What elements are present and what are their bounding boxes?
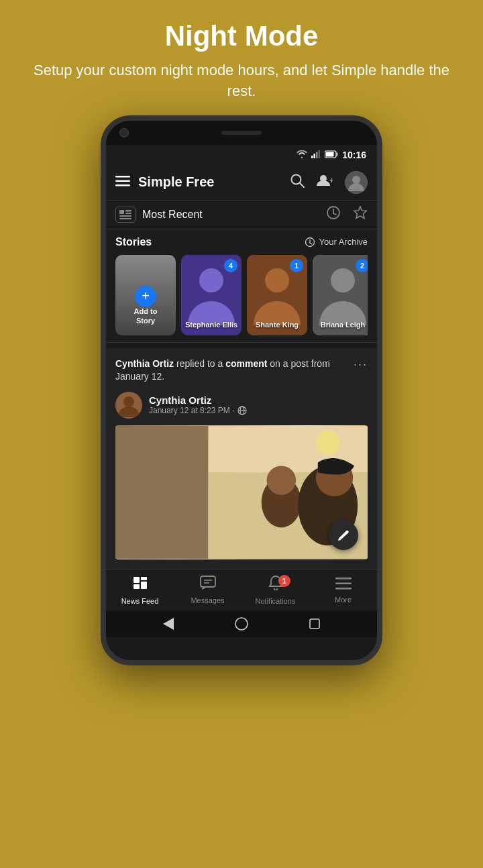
svg-rect-53 — [201, 576, 215, 587]
header-actions: + — [290, 171, 368, 194]
post-image — [115, 425, 368, 559]
svg-rect-51 — [141, 577, 147, 580]
svg-point-15 — [352, 176, 360, 184]
nav-label-news-feed: News Feed — [121, 597, 159, 605]
star-filter-icon[interactable] — [353, 205, 368, 223]
filter-label: Most Recent — [142, 209, 326, 221]
post-section: Cynthia Ortiz replied to a comment on a … — [106, 348, 377, 569]
svg-rect-2 — [316, 152, 318, 158]
promo-header: Night Mode Setup your custom night mode … — [0, 0, 483, 115]
news-feed-icon — [132, 575, 148, 595]
nav-item-messages[interactable]: Messages — [174, 576, 241, 604]
svg-point-60 — [235, 618, 248, 630]
svg-rect-39 — [115, 426, 209, 559]
app-title: Simple Free — [138, 174, 282, 190]
archive-label: Your Archive — [319, 237, 368, 247]
stories-section: Stories Your Archive + Add toStory — [106, 229, 377, 342]
filter-actions — [326, 205, 368, 223]
svg-rect-50 — [133, 584, 140, 589]
clock-filter-icon[interactable] — [326, 205, 341, 223]
home-button[interactable] — [235, 617, 248, 631]
user-avatar[interactable] — [345, 171, 368, 194]
post-more-icon[interactable]: ··· — [354, 358, 368, 372]
messages-icon — [200, 576, 216, 594]
svg-point-33 — [331, 268, 355, 292]
svg-rect-3 — [319, 150, 321, 158]
status-icons: 10:16 — [297, 150, 366, 160]
svg-rect-58 — [335, 588, 352, 590]
svg-rect-61 — [310, 619, 319, 629]
svg-marker-59 — [163, 618, 174, 630]
battery-icon — [325, 150, 338, 160]
back-button[interactable] — [163, 618, 174, 630]
svg-rect-5 — [337, 152, 338, 156]
phone-camera — [119, 128, 129, 138]
stories-title: Stories — [115, 236, 152, 248]
svg-rect-19 — [119, 215, 131, 217]
svg-line-23 — [333, 213, 336, 215]
divider — [106, 342, 377, 343]
author-meta: January 12 at 8:23 PM · — [149, 406, 368, 415]
post-author: Cynthia Ortiz January 12 at 8:23 PM · — [115, 392, 368, 419]
author-avatar[interactable] — [115, 392, 142, 419]
svg-point-35 — [123, 396, 134, 407]
svg-point-31 — [265, 268, 289, 292]
story-item-briana[interactable]: 2 Briana Leigh — [313, 255, 368, 335]
phone-speaker — [221, 131, 262, 135]
more-icon — [335, 576, 352, 594]
phone-top-bar — [106, 121, 377, 145]
story-badge-stephanie: 4 — [224, 259, 237, 272]
nav-item-news-feed[interactable]: News Feed — [106, 575, 174, 605]
svg-rect-49 — [133, 577, 140, 583]
story-item-stephanie[interactable]: 4 Stephanie Ellis — [181, 255, 241, 335]
post-author-name-inline: Cynthia Ortiz — [115, 358, 176, 369]
nav-item-notifications[interactable]: 1 Notifications — [241, 575, 309, 605]
svg-point-42 — [316, 431, 340, 455]
nav-label-more: More — [335, 596, 352, 604]
svg-text:+: + — [329, 176, 333, 185]
svg-rect-6 — [326, 152, 334, 156]
svg-rect-20 — [119, 218, 131, 219]
story-badge-briana: 2 — [356, 259, 368, 272]
archive-link[interactable]: Your Archive — [305, 237, 368, 248]
status-bar: 10:16 — [106, 145, 377, 165]
post-timestamp: January 12 at 8:23 PM — [149, 406, 230, 415]
story-add-item[interactable]: + Add toStory — [115, 255, 176, 335]
svg-rect-57 — [335, 582, 352, 584]
svg-rect-0 — [311, 156, 313, 158]
post-notification: Cynthia Ortiz replied to a comment on a … — [115, 358, 368, 384]
svg-rect-18 — [125, 213, 131, 214]
post-notification-text: Cynthia Ortiz replied to a comment on a … — [115, 358, 354, 384]
svg-rect-56 — [335, 578, 352, 580]
svg-rect-52 — [141, 582, 147, 589]
svg-line-11 — [300, 183, 304, 187]
post-notification-bold: comment — [225, 358, 267, 369]
add-friend-icon[interactable]: + — [317, 174, 333, 191]
nav-item-more[interactable]: More — [309, 576, 377, 604]
grid-icon[interactable] — [115, 207, 136, 223]
stories-header: Stories Your Archive — [115, 236, 368, 248]
phone-bottom-bar — [106, 610, 377, 637]
add-story-label: Add toStory — [131, 307, 160, 326]
story-name-shante: Shante King — [247, 320, 307, 329]
recents-button[interactable] — [309, 618, 320, 629]
post-dot: · — [233, 406, 235, 415]
signal-icon — [311, 150, 321, 160]
add-story-icon: + — [135, 286, 156, 307]
story-name-stephanie: Stephanie Ellis — [181, 320, 241, 329]
svg-rect-9 — [115, 184, 130, 186]
phone-frame: 10:16 Simple Free + — [101, 115, 382, 665]
edit-fab[interactable] — [329, 521, 358, 550]
story-item-shante[interactable]: 1 Shante King — [247, 255, 307, 335]
svg-rect-8 — [115, 180, 130, 182]
svg-rect-16 — [119, 210, 124, 214]
story-badge-shante: 1 — [290, 259, 303, 272]
globe-icon — [237, 406, 247, 415]
svg-point-29 — [199, 268, 223, 292]
hamburger-icon[interactable] — [115, 174, 130, 190]
story-name-briana: Briana Leigh — [313, 320, 368, 329]
svg-rect-17 — [125, 210, 131, 212]
svg-rect-1 — [314, 154, 316, 158]
wifi-icon — [297, 150, 307, 160]
search-icon[interactable] — [290, 173, 305, 191]
